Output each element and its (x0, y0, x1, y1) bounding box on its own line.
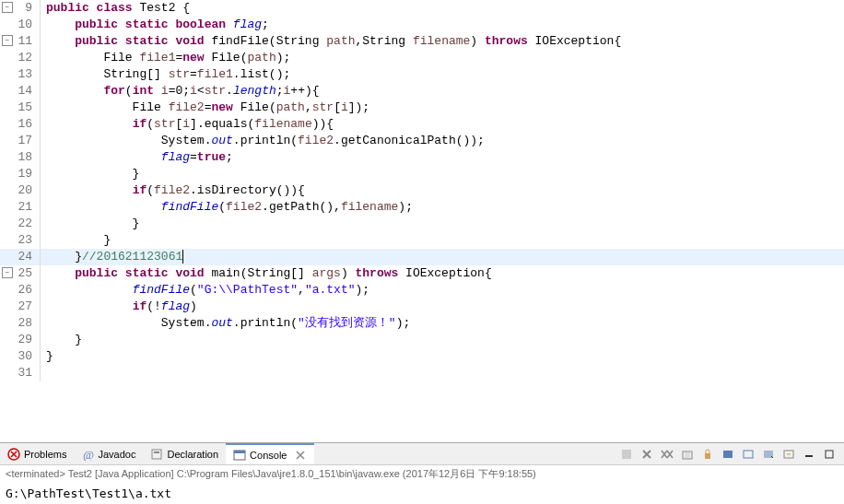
svg-rect-6 (622, 450, 631, 459)
maximize-button[interactable] (820, 446, 838, 463)
svg-rect-2 (152, 450, 161, 459)
clear-console-button[interactable] (678, 446, 697, 463)
code-line[interactable]: 11− public static void findFile(String p… (0, 33, 844, 50)
console-output[interactable]: G:\PathTest\Test1\a.txt (0, 483, 844, 504)
code-content[interactable]: findFile("G:\\PathTest","a.txt"); (41, 282, 844, 299)
close-icon[interactable] (294, 449, 307, 462)
code-line[interactable]: 19 } (0, 166, 844, 182)
code-line[interactable]: 10 public static boolean flag; (0, 17, 844, 33)
svg-rect-8 (705, 453, 710, 459)
code-content[interactable]: public class Test2 { (41, 0, 844, 17)
code-line[interactable]: 14 for(int i=0;i<str.length;i++){ (0, 83, 844, 100)
code-line[interactable]: 30} (0, 348, 844, 365)
code-content[interactable]: public static void main(String[] args) t… (41, 265, 844, 282)
code-content[interactable]: File file2=new File(path,str[i]); (41, 100, 844, 116)
code-content[interactable]: findFile(file2.getPath(),filename); (41, 199, 844, 216)
line-number: 26 (0, 282, 41, 299)
fold-icon[interactable]: − (2, 267, 13, 278)
line-number: 9− (0, 0, 41, 17)
code-line[interactable]: 20 if(file2.isDirectory()){ (0, 182, 844, 199)
view-tabs: Problems @ Javadoc Declaration Console (0, 443, 844, 465)
svg-rect-9 (723, 451, 733, 458)
code-content[interactable]: System.out.println("没有找到资源！"); (41, 315, 844, 332)
code-line[interactable]: 17 System.out.println(file2.getCanonical… (0, 133, 844, 149)
code-line[interactable]: 16 if(str[i].equals(filename)){ (0, 116, 844, 133)
line-number: 24 (0, 249, 41, 265)
code-content[interactable]: } (41, 216, 844, 232)
line-number: 28 (0, 315, 41, 332)
display-selected-button[interactable] (759, 446, 778, 463)
line-number: 15 (0, 100, 41, 116)
code-line[interactable]: 15 File file2=new File(path,str[i]); (0, 100, 844, 116)
svg-rect-10 (744, 451, 753, 458)
line-number: 31 (0, 365, 41, 381)
svg-rect-13 (826, 451, 833, 458)
line-number: 23 (0, 232, 41, 249)
code-content[interactable]: } (41, 348, 844, 365)
line-number: 21 (0, 199, 41, 216)
bottom-panel: Problems @ Javadoc Declaration Console (0, 442, 844, 504)
code-line[interactable]: 13 String[] str=file1.list(); (0, 66, 844, 83)
line-number: 18 (0, 149, 41, 166)
line-number: 14 (0, 83, 41, 100)
line-number: 29 (0, 332, 41, 348)
code-editor[interactable]: 9−public class Test2 {10 public static b… (0, 0, 844, 442)
code-content[interactable]: public static void findFile(String path,… (41, 33, 844, 50)
code-line[interactable]: 31 (0, 365, 844, 381)
code-line[interactable]: 22 } (0, 216, 844, 232)
scroll-lock-button[interactable] (698, 446, 717, 463)
code-line[interactable]: 27 if(!flag) (0, 299, 844, 315)
svg-rect-5 (234, 451, 245, 453)
code-content[interactable]: flag=true; (41, 149, 844, 166)
code-content[interactable] (41, 365, 844, 381)
line-number: 27 (0, 299, 41, 315)
code-line[interactable]: 25− public static void main(String[] arg… (0, 265, 844, 282)
javadoc-icon: @ (81, 448, 94, 461)
code-content[interactable]: if(str[i].equals(filename)){ (41, 116, 844, 133)
line-number: 17 (0, 133, 41, 149)
code-content[interactable]: System.out.println(file2.getCanonicalPat… (41, 133, 844, 149)
tab-problems[interactable]: Problems (0, 443, 74, 464)
line-number: 22 (0, 216, 41, 232)
fold-icon[interactable]: − (2, 2, 13, 13)
remove-launch-button[interactable] (638, 446, 656, 463)
terminate-button[interactable] (617, 446, 636, 463)
code-content[interactable]: } (41, 232, 844, 249)
console-icon (233, 449, 246, 462)
pin-console-button[interactable] (739, 446, 757, 463)
code-line[interactable]: 29 } (0, 332, 844, 348)
code-line[interactable]: 26 findFile("G:\\PathTest","a.txt"); (0, 282, 844, 299)
code-content[interactable]: } (41, 332, 844, 348)
code-content[interactable]: if(!flag) (41, 299, 844, 315)
code-line[interactable]: 9−public class Test2 { (0, 0, 844, 17)
remove-all-button[interactable] (658, 446, 676, 463)
code-content[interactable]: if(file2.isDirectory()){ (41, 182, 844, 199)
problems-icon (7, 448, 20, 461)
minimize-button[interactable] (800, 446, 818, 463)
code-content[interactable]: File file1=new File(path); (41, 50, 844, 66)
code-content[interactable]: String[] str=file1.list(); (41, 66, 844, 83)
code-content[interactable]: }//201621123061 (41, 249, 844, 265)
code-content[interactable]: for(int i=0;i<str.length;i++){ (41, 83, 844, 100)
tab-javadoc[interactable]: @ Javadoc (74, 443, 143, 464)
code-line[interactable]: 21 findFile(file2.getPath(),filename); (0, 199, 844, 216)
tab-console[interactable]: Console (226, 443, 314, 464)
line-number: 10 (0, 17, 41, 33)
open-console-button[interactable] (780, 446, 798, 463)
tab-label: Problems (24, 449, 66, 460)
code-line[interactable]: 24 }//201621123061 (0, 249, 844, 265)
code-line[interactable]: 23 } (0, 232, 844, 249)
svg-rect-3 (154, 451, 159, 453)
line-number: 12 (0, 50, 41, 66)
code-line[interactable]: 12 File file1=new File(path); (0, 50, 844, 66)
code-content[interactable]: public static boolean flag; (41, 17, 844, 33)
fold-icon[interactable]: − (2, 35, 13, 46)
console-toolbar (617, 446, 844, 463)
code-line[interactable]: 28 System.out.println("没有找到资源！"); (0, 315, 844, 332)
line-number: 19 (0, 166, 41, 182)
code-content[interactable]: } (41, 166, 844, 182)
show-console-button[interactable] (719, 446, 737, 463)
code-line[interactable]: 18 flag=true; (0, 149, 844, 166)
tab-label: Console (250, 450, 287, 461)
tab-declaration[interactable]: Declaration (143, 443, 226, 464)
